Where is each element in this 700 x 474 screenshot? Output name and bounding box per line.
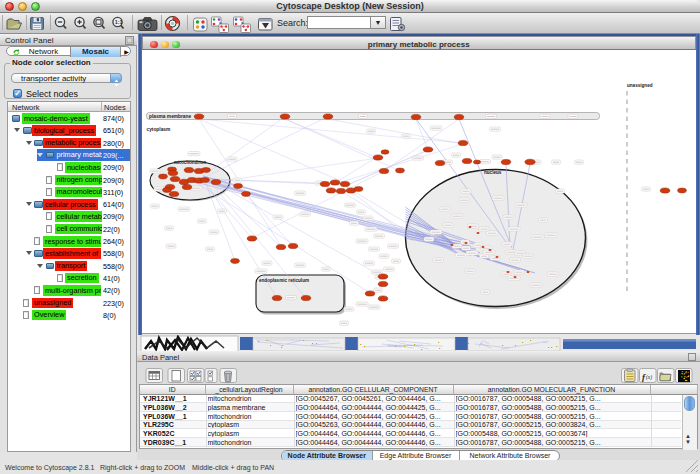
svg-text:cytoplasm: cytoplasm	[147, 127, 171, 132]
svg-text:unassigned: unassigned	[627, 83, 653, 88]
svg-text:endoplasmic reticulum: endoplasmic reticulum	[259, 278, 309, 283]
svg-text:(x): (x)	[646, 374, 652, 381]
svg-text:1:1: 1:1	[115, 19, 123, 25]
svg-text:nucleus: nucleus	[484, 170, 502, 175]
svg-text:mitochondrion: mitochondrion	[174, 160, 206, 165]
svg-text:plasma membrane: plasma membrane	[149, 114, 191, 119]
